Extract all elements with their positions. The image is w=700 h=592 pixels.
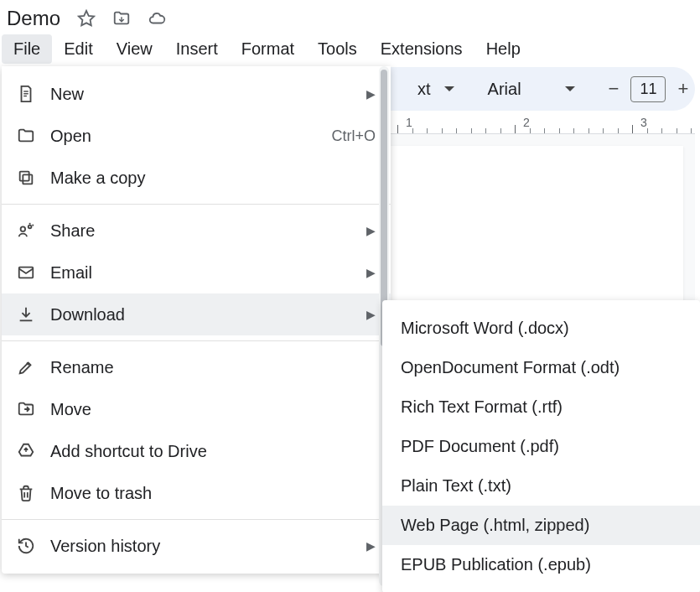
ruler-tick — [471, 128, 472, 133]
paragraph-style-select[interactable]: xt — [417, 80, 454, 99]
download-odt[interactable]: OpenDocument Format (.odt) — [382, 348, 700, 387]
ruler-tick — [530, 128, 531, 133]
file-add-shortcut-to-drive[interactable]: Add shortcut to Drive — [2, 430, 391, 472]
menu-item-label: Move — [50, 400, 376, 419]
ruler-tick — [456, 128, 457, 133]
download-docx[interactable]: Microsoft Word (.docx) — [382, 309, 700, 348]
menu-separator — [2, 340, 391, 341]
file-new[interactable]: New ▶ — [2, 73, 391, 115]
menu-item-label: New — [50, 85, 353, 104]
increase-font-size-button[interactable]: + — [677, 78, 688, 100]
menu-format[interactable]: Format — [230, 34, 306, 64]
move-icon — [15, 398, 37, 420]
menu-item-label: Make a copy — [50, 169, 376, 188]
menu-extensions[interactable]: Extensions — [369, 34, 474, 64]
menu-item-label: Move to trash — [50, 484, 376, 503]
svg-rect-2 — [23, 93, 29, 94]
font-size-input[interactable]: 11 — [630, 76, 666, 102]
menu-file[interactable]: File — [2, 34, 52, 64]
file-open[interactable]: Open Ctrl+O — [2, 115, 391, 157]
ruler-tick — [661, 128, 662, 133]
ruler-mark: 2 — [523, 116, 530, 129]
download-submenu: Microsoft Word (.docx) OpenDocument Form… — [382, 300, 700, 592]
share-icon — [15, 220, 37, 241]
ruler-tick — [500, 128, 501, 133]
font-select[interactable]: Arial — [488, 80, 575, 99]
menu-item-label: Download — [50, 305, 353, 325]
ruler-tick — [544, 128, 545, 133]
trash-icon — [15, 482, 37, 504]
chevron-right-icon: ▶ — [366, 87, 376, 101]
file-move[interactable]: Move — [2, 388, 391, 430]
svg-rect-1 — [23, 91, 29, 91]
svg-point-6 — [21, 226, 25, 231]
menu-separator — [2, 204, 391, 205]
ruler-tick — [427, 128, 428, 133]
download-icon — [15, 304, 37, 325]
file-move-to-trash[interactable]: Move to trash — [2, 472, 391, 514]
file-menu-dropdown: New ▶ Open Ctrl+O Make a copy Share ▶ Em… — [2, 66, 391, 574]
download-txt[interactable]: Plain Text (.txt) — [382, 466, 700, 506]
move-folder-icon[interactable] — [112, 9, 131, 28]
ruler-tick — [559, 128, 560, 133]
star-icon[interactable] — [77, 9, 96, 28]
document-title[interactable]: Demo — [5, 7, 60, 30]
menu-insert[interactable]: Insert — [164, 34, 230, 64]
menu-item-label: Rename — [50, 358, 376, 377]
menu-view[interactable]: View — [105, 34, 164, 64]
menu-separator — [2, 519, 391, 520]
font-label: Arial — [488, 80, 521, 99]
ruler-mark: 1 — [406, 116, 412, 129]
svg-rect-4 — [23, 174, 32, 184]
ruler-tick — [691, 128, 692, 133]
download-rtf[interactable]: Rich Text Format (.rtf) — [382, 387, 700, 427]
chevron-right-icon: ▶ — [366, 539, 376, 553]
file-email[interactable]: Email ▶ — [2, 252, 391, 293]
history-icon — [15, 535, 37, 557]
chevron-right-icon: ▶ — [366, 224, 376, 237]
menu-help[interactable]: Help — [474, 34, 532, 64]
chevron-down-icon — [565, 86, 575, 91]
ruler-tick — [397, 125, 398, 133]
file-rename[interactable]: Rename — [2, 346, 391, 388]
ruler-tick — [632, 125, 633, 133]
menu-tools[interactable]: Tools — [306, 34, 369, 64]
chevron-down-icon — [444, 86, 454, 91]
chevron-right-icon: ▶ — [366, 308, 376, 321]
file-download[interactable]: Download ▶ — [2, 293, 391, 335]
menu-item-label: Share — [50, 221, 353, 241]
menu-item-label: Open — [50, 127, 318, 146]
menubar: File Edit View Insert Format Tools Exten… — [0, 34, 700, 64]
ruler-tick — [442, 128, 443, 133]
ruler-tick — [515, 125, 516, 133]
ruler-tick — [485, 128, 486, 133]
download-epub[interactable]: EPUB Publication (.epub) — [382, 545, 700, 584]
paragraph-style-label: xt — [417, 80, 431, 99]
file-make-a-copy[interactable]: Make a copy — [2, 157, 391, 199]
svg-rect-5 — [20, 172, 29, 181]
ruler-tick — [573, 128, 574, 133]
download-html[interactable]: Web Page (.html, zipped) — [382, 506, 700, 545]
ruler-mark: 3 — [640, 116, 647, 129]
cloud-saved-icon[interactable] — [148, 9, 166, 28]
ruler-tick — [647, 128, 648, 133]
copy-icon — [15, 167, 37, 189]
decrease-font-size-button[interactable]: − — [609, 78, 620, 100]
svg-point-7 — [29, 226, 32, 229]
svg-rect-3 — [23, 96, 27, 96]
folder-icon — [15, 125, 37, 147]
menu-edit[interactable]: Edit — [52, 34, 104, 64]
email-icon — [15, 262, 37, 283]
menu-item-label: Version history — [50, 537, 353, 556]
download-pdf[interactable]: PDF Document (.pdf) — [382, 427, 700, 466]
ruler-tick — [589, 128, 589, 133]
rename-icon — [15, 356, 37, 378]
chevron-right-icon: ▶ — [366, 266, 376, 279]
ruler-tick — [677, 128, 677, 133]
ruler-tick — [618, 128, 619, 133]
menu-item-shortcut: Ctrl+O — [331, 127, 376, 145]
doc-icon — [15, 83, 37, 105]
menu-item-label: Email — [50, 263, 353, 283]
file-share[interactable]: Share ▶ — [2, 210, 391, 252]
file-version-history[interactable]: Version history ▶ — [2, 525, 391, 567]
